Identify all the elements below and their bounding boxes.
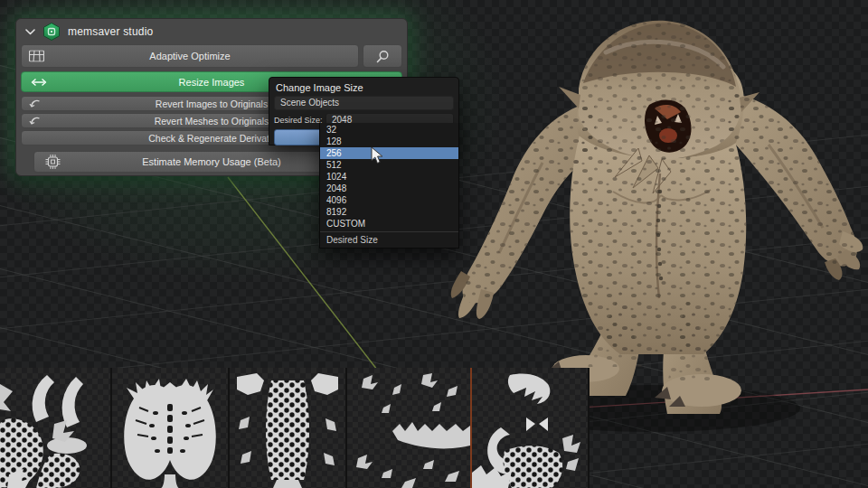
popup-title: Change Image Size (274, 80, 454, 96)
revert-meshes-label: Revert Meshes to Originals (155, 116, 269, 127)
dropdown-separator (320, 231, 458, 232)
texture-thumbnail[interactable] (0, 368, 110, 488)
dropdown-option[interactable]: 32 (320, 124, 458, 136)
texture-thumbnail[interactable] (112, 368, 228, 488)
desired-size-dropdown-menu: 32 128 256 512 1024 2048 4096 8192 CUSTO… (319, 123, 459, 249)
dropdown-option[interactable]: 2048 (320, 183, 458, 194)
dropdown-option[interactable]: CUSTOM (320, 218, 458, 230)
desired-size-label: Desired Size: (274, 116, 326, 125)
resize-images-label: Resize Images (179, 77, 245, 88)
panel-title: memsaver studio (68, 25, 153, 38)
texture-thumbnail[interactable] (230, 368, 345, 488)
estimate-memory-label: Estimate Memory Usage (Beta) (142, 156, 280, 167)
chevron-down-icon[interactable] (25, 29, 35, 35)
chip-icon (45, 155, 61, 170)
mouse-cursor-icon (371, 146, 383, 164)
dropdown-option[interactable]: 128 (320, 136, 458, 147)
undo-icon (29, 117, 41, 126)
axis-line-over-tiles (470, 368, 472, 488)
dropdown-option[interactable]: 1024 (320, 171, 458, 183)
texture-thumbnail-strip (0, 368, 590, 488)
arrow-left-right-icon (31, 78, 47, 86)
search-icon (376, 50, 390, 63)
dropdown-option[interactable]: 8192 (320, 206, 458, 218)
check-regenerate-label: Check & Regenerate Derivate (148, 133, 275, 144)
adaptive-optimize-label: Adaptive Optimize (149, 51, 230, 61)
search-button[interactable] (363, 44, 402, 68)
dropdown-footer-label: Desired Size (320, 234, 458, 246)
adaptive-optimize-button[interactable]: Adaptive Optimize (21, 44, 359, 68)
memsaver-logo-icon (42, 23, 61, 41)
dropdown-option[interactable]: 4096 (320, 194, 458, 206)
panel-header[interactable]: memsaver studio (16, 19, 407, 44)
undo-icon (29, 99, 41, 108)
texture-thumbnail[interactable] (347, 368, 470, 488)
dropdown-option[interactable]: 512 (320, 159, 458, 171)
grid-icon (29, 51, 44, 62)
revert-images-label: Revert Images to Originals (156, 99, 268, 109)
app-window: memsaver studio Adaptive Optimize (0, 0, 868, 488)
dropdown-option-highlighted[interactable]: 256 (320, 147, 458, 159)
scene-objects-field[interactable]: Scene Objects (274, 96, 454, 110)
texture-thumbnail[interactable] (472, 368, 588, 488)
